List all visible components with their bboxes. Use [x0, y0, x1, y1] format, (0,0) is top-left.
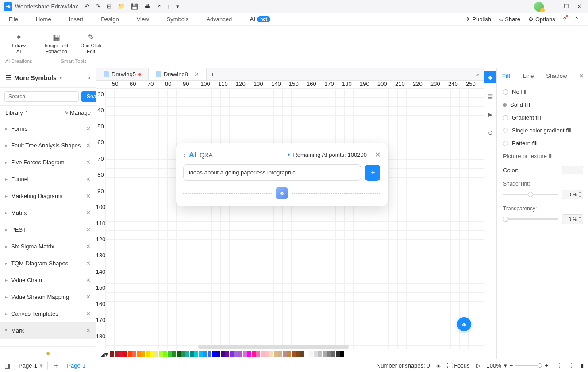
library-item[interactable]: ▸Value Stream Mapping✕ [0, 288, 96, 305]
color-swatch[interactable] [208, 351, 211, 357]
page-link[interactable]: Page-1 [67, 362, 85, 369]
radio-single-gradient[interactable]: Single color gradient fill [503, 127, 583, 134]
color-swatch[interactable] [238, 351, 242, 357]
color-swatch[interactable] [221, 351, 225, 357]
shade-value[interactable]: 0 % [562, 190, 583, 199]
library-item[interactable]: ▸Fault Tree Analysis Shapes✕ [0, 137, 96, 154]
color-swatch[interactable] [110, 351, 114, 357]
menu-insert[interactable]: Insert [69, 16, 84, 23]
color-swatch[interactable] [314, 351, 318, 357]
color-swatch[interactable] [230, 351, 234, 357]
color-swatch[interactable] [132, 351, 136, 357]
color-picker-icon[interactable]: ◢▾ [100, 351, 108, 358]
horizontal-scrollbar[interactable] [198, 345, 349, 349]
open-icon[interactable]: 📁 [118, 3, 125, 10]
color-swatch[interactable] [168, 351, 172, 357]
radio-no-fill[interactable]: No fill [503, 89, 583, 95]
library-item[interactable]: ▸Canvas Templates✕ [0, 305, 96, 322]
library-item[interactable]: ▸TQM Diagram Shapes✕ [0, 255, 96, 271]
color-swatch[interactable] [309, 351, 313, 357]
maximize-icon[interactable]: ☐ [564, 3, 569, 10]
import-icon[interactable]: ↓ [167, 3, 170, 10]
play-icon[interactable]: ▷ [476, 362, 480, 369]
library-item[interactable]: ▸Marketing Diagrams✕ [0, 187, 96, 204]
tab-line[interactable]: Line [523, 73, 534, 79]
library-item[interactable]: ▸PEST✕ [0, 221, 96, 238]
fullscreen-icon[interactable]: ⛶ [566, 362, 572, 369]
color-swatch[interactable] [247, 351, 251, 357]
color-swatch[interactable] [154, 351, 158, 357]
color-swatch[interactable] [327, 351, 331, 357]
manage-button[interactable]: ✎ Manage [64, 109, 91, 116]
radio-gradient-fill[interactable]: Gradient fill [503, 114, 583, 121]
rail-present-icon[interactable]: ▶ [484, 108, 496, 120]
library-item[interactable]: ▸Funnel✕ [0, 170, 96, 187]
share-button[interactable]: ∞ Share [499, 16, 520, 23]
color-swatch[interactable] [252, 351, 256, 357]
color-swatch[interactable] [323, 351, 327, 357]
fit-icon[interactable]: ⛶ [554, 362, 560, 369]
color-swatch[interactable] [216, 351, 220, 357]
undo-icon[interactable]: ↶ [85, 3, 89, 10]
search-input[interactable] [4, 91, 79, 102]
dropdown-icon[interactable]: ▾ [59, 74, 62, 81]
color-swatch[interactable] [243, 351, 247, 357]
export-icon[interactable]: ↗ [156, 3, 161, 10]
panel-toggle-icon[interactable]: ◨ [578, 362, 584, 369]
menu-design[interactable]: Design [101, 16, 119, 23]
tab-shadow[interactable]: Shadow [546, 73, 567, 79]
library-item[interactable]: ▸Matrix✕ [0, 204, 96, 221]
rail-page-icon[interactable]: ▤ [484, 89, 496, 102]
color-swatch[interactable] [340, 351, 344, 357]
menu-home[interactable]: Home [36, 16, 51, 23]
collapse-panel-icon[interactable]: « [88, 74, 91, 81]
color-swatch[interactable] [163, 351, 167, 357]
ai-prompt-input[interactable]: ideas about a going paperless infographi… [183, 164, 361, 181]
redo-icon[interactable]: ↷ [96, 3, 100, 10]
library-item[interactable]: ▸Value Chain✕ [0, 271, 96, 288]
library-label[interactable]: Library ⌃ [5, 109, 29, 116]
color-swatch[interactable] [119, 351, 123, 357]
library-item[interactable]: ▸Mark✕ [0, 322, 96, 339]
canvas[interactable]: ‹ AI Q&A ✦ Remaining AI points: 100200 ✕… [105, 89, 484, 349]
transparency-value[interactable]: 0 % [562, 214, 583, 224]
rail-history-icon[interactable]: ↺ [484, 127, 496, 139]
color-swatch[interactable] [305, 351, 309, 357]
color-swatch[interactable] [296, 351, 300, 357]
menu-advanced[interactable]: Advanced [206, 16, 232, 23]
color-swatch[interactable] [300, 351, 304, 357]
page-layout-icon[interactable]: ▦ [4, 362, 10, 369]
tab-fill[interactable]: Fill [502, 73, 511, 79]
new-icon[interactable]: ⊞ [107, 3, 111, 10]
color-swatch[interactable] [562, 166, 583, 174]
transparency-track[interactable] [503, 218, 558, 220]
zoom-control[interactable]: 100%▾ −+ [487, 362, 548, 369]
color-swatch[interactable] [278, 351, 282, 357]
color-swatch[interactable] [141, 351, 145, 357]
color-swatch[interactable] [172, 351, 176, 357]
color-swatch[interactable] [203, 351, 207, 357]
collapse-ribbon-icon[interactable]: ⌃ [574, 16, 579, 23]
color-swatch[interactable] [265, 351, 269, 357]
color-swatch[interactable] [225, 351, 229, 357]
color-swatch[interactable] [190, 351, 194, 357]
color-swatch[interactable] [177, 351, 181, 357]
color-swatch[interactable] [318, 351, 322, 357]
menu-ai[interactable]: AIhot [250, 16, 270, 23]
options-button[interactable]: ⚙ Options [528, 16, 555, 23]
color-swatch[interactable] [199, 351, 203, 357]
rail-fill-icon[interactable]: ◆ [484, 71, 496, 83]
radio-pattern-fill[interactable]: Pattern fill [503, 140, 583, 147]
color-swatch[interactable] [123, 351, 127, 357]
page-selector[interactable]: Page-1 ▾ [14, 361, 48, 370]
color-swatch[interactable] [287, 351, 291, 357]
save-icon[interactable]: 💾 [131, 3, 138, 10]
close-dialog-icon[interactable]: ✕ [375, 151, 380, 159]
one-click-edit-button[interactable]: ✎ One ClickEdit [78, 28, 104, 58]
color-swatch[interactable] [331, 351, 335, 357]
close-icon[interactable]: ✕ [577, 3, 582, 10]
color-swatch[interactable] [283, 351, 287, 357]
add-page-button[interactable]: + [54, 362, 58, 370]
color-swatch[interactable] [336, 351, 340, 357]
color-swatch[interactable] [137, 351, 141, 357]
